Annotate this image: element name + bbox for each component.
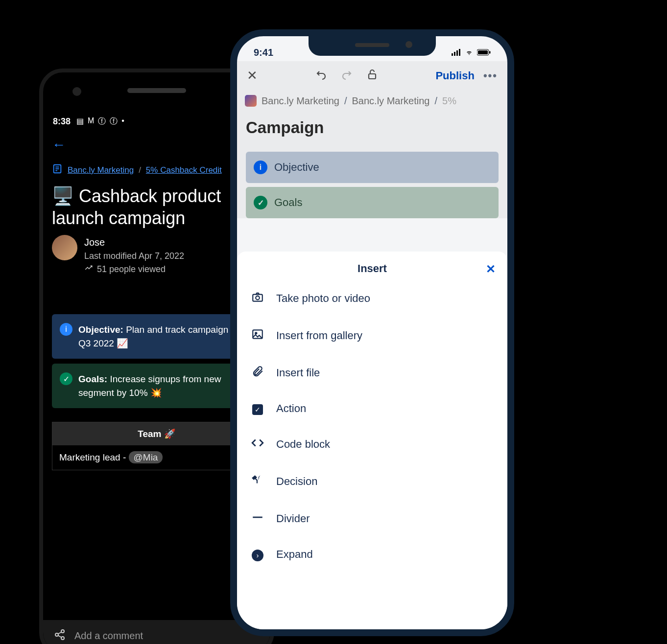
- undo-icon[interactable]: [315, 69, 327, 83]
- info-icon: i: [254, 161, 267, 174]
- facebook-icon: ⓕ: [98, 116, 106, 127]
- analytics-icon: [84, 263, 93, 276]
- svg-point-6: [61, 630, 64, 633]
- divider-icon: [251, 511, 264, 527]
- close-icon[interactable]: ✕: [247, 68, 258, 83]
- status-time: 9:41: [254, 47, 273, 58]
- battery-icon: [477, 47, 491, 58]
- sheet-title: Insert ✕: [237, 262, 507, 280]
- status-time: 8:38: [53, 116, 71, 127]
- publish-button[interactable]: Publish: [435, 69, 474, 82]
- svg-rect-13: [456, 50, 458, 56]
- insert-sheet: Insert ✕ Take photo or video Insert from…: [237, 252, 507, 629]
- svg-rect-14: [459, 49, 460, 56]
- iphone-notch: [309, 36, 436, 56]
- checkbox-icon: ✓: [251, 402, 264, 415]
- last-modified: Last modified Apr 7, 2022: [84, 250, 184, 263]
- success-icon: ✓: [60, 372, 72, 385]
- author-name: Jose: [84, 235, 184, 250]
- insert-file[interactable]: Insert file: [237, 354, 507, 391]
- code-icon: [251, 437, 264, 452]
- item-label: Divider: [276, 512, 310, 525]
- breadcrumb-page[interactable]: 5% Cashback Credit: [146, 165, 222, 175]
- camera-dot: [72, 87, 81, 96]
- space-avatar-icon: [245, 95, 257, 107]
- info-icon: i: [60, 323, 72, 336]
- back-arrow-icon[interactable]: ←: [52, 137, 66, 153]
- breadcrumb-space[interactable]: Banc.ly Marketing: [68, 165, 134, 175]
- svg-rect-19: [253, 295, 262, 301]
- expand-icon: ›: [251, 548, 264, 561]
- decision-icon: [251, 474, 264, 489]
- item-label: Code block: [276, 438, 330, 451]
- breadcrumb: Banc.ly Marketing / Banc.ly Marketing / …: [237, 90, 507, 107]
- breadcrumb-item-1[interactable]: Banc.ly Marketing: [262, 95, 339, 107]
- item-label: Take photo or video: [276, 292, 370, 305]
- svg-line-10: [58, 636, 62, 638]
- objective-label: Objective:: [78, 324, 123, 335]
- svg-point-22: [255, 332, 257, 334]
- svg-point-8: [61, 637, 64, 640]
- breadcrumb-separator: /: [435, 95, 438, 107]
- facebook-icon-2: ⓕ: [110, 116, 118, 127]
- editor-toolbar: ✕ Publish •••: [237, 61, 507, 90]
- svg-rect-18: [369, 74, 376, 79]
- svg-point-20: [256, 296, 260, 300]
- camera-icon: [251, 291, 264, 306]
- insert-take-photo[interactable]: Take photo or video: [237, 280, 507, 317]
- insert-from-gallery[interactable]: Insert from gallery: [237, 317, 507, 354]
- svg-line-9: [58, 632, 62, 634]
- breadcrumb-separator: /: [344, 95, 347, 107]
- comment-bar[interactable]: Add a comment: [43, 620, 270, 644]
- success-icon: ✓: [254, 196, 267, 209]
- page-icon: [52, 163, 63, 177]
- gmail-icon: M: [88, 116, 94, 127]
- objective-label: Objective: [274, 161, 319, 174]
- item-label: Insert from gallery: [276, 329, 362, 342]
- item-label: Insert file: [276, 367, 320, 379]
- signal-icon: [452, 47, 461, 58]
- goals-label: Goals: [274, 196, 302, 209]
- breadcrumb-item-3[interactable]: 5%: [442, 95, 456, 107]
- user-mention[interactable]: @Mia: [129, 451, 163, 463]
- ios-phone-light: 9:41 ✕: [230, 29, 514, 636]
- insert-code-block[interactable]: Code block: [237, 426, 507, 463]
- paperclip-icon: [251, 365, 264, 381]
- svg-rect-12: [454, 52, 455, 56]
- sheet-close-icon[interactable]: ✕: [486, 262, 496, 276]
- image-icon: ▤: [76, 116, 84, 127]
- author-avatar[interactable]: [52, 235, 77, 260]
- comment-placeholder: Add a comment: [74, 630, 143, 642]
- redo-icon[interactable]: [341, 69, 353, 83]
- speaker-grille: [127, 88, 186, 93]
- svg-rect-17: [489, 51, 491, 54]
- page-title[interactable]: Campaign: [237, 107, 507, 148]
- item-label: Decision: [276, 475, 317, 488]
- item-label: Expand: [276, 548, 313, 561]
- status-icons: ▤ M ⓕ ⓕ •: [76, 116, 124, 127]
- insert-decision[interactable]: Decision: [237, 463, 507, 500]
- share-icon[interactable]: [54, 629, 66, 643]
- image-icon: [251, 328, 264, 344]
- insert-expand[interactable]: › Expand: [237, 537, 507, 572]
- svg-rect-11: [452, 53, 453, 56]
- more-icon[interactable]: •••: [483, 69, 498, 82]
- objective-panel[interactable]: i Objective: [246, 152, 499, 183]
- goals-panel[interactable]: ✓ Goals: [246, 187, 499, 218]
- status-right-icons: [452, 47, 491, 58]
- wifi-icon: [464, 47, 474, 58]
- svg-point-7: [55, 633, 58, 636]
- lock-open-icon[interactable]: [366, 69, 378, 83]
- dot-icon: •: [121, 116, 124, 127]
- row-label: Marketing lead -: [59, 452, 129, 462]
- insert-action[interactable]: ✓ Action: [237, 391, 507, 426]
- goals-label: Goals:: [78, 374, 107, 384]
- people-viewed: 51 people viewed: [97, 263, 166, 276]
- breadcrumb-item-2[interactable]: Banc.ly Marketing: [352, 95, 430, 107]
- sheet-title-text: Insert: [357, 262, 387, 275]
- breadcrumb-separator: /: [139, 165, 141, 175]
- svg-rect-16: [478, 50, 488, 54]
- item-label: Action: [276, 402, 306, 415]
- insert-divider[interactable]: Divider: [237, 500, 507, 537]
